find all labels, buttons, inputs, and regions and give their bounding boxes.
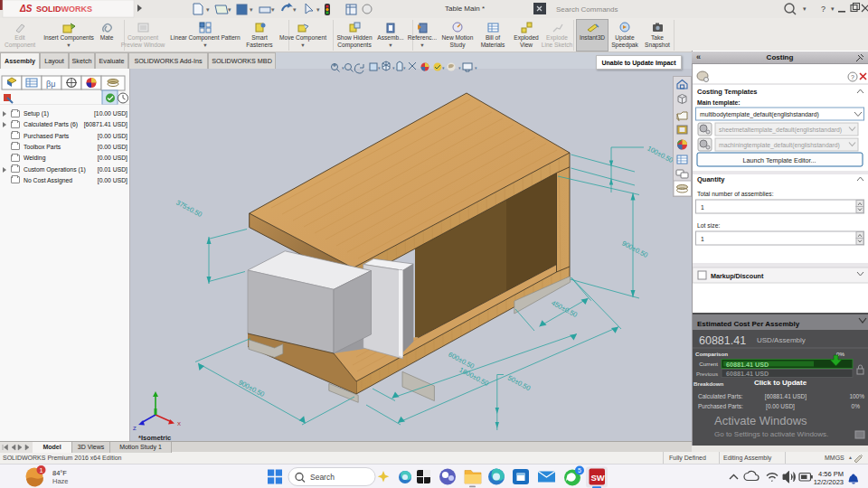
- svg-text:Main template:: Main template:: [697, 99, 741, 107]
- svg-text:?: ?: [821, 5, 826, 14]
- svg-text:▾: ▾: [442, 65, 445, 70]
- svg-text:▾: ▾: [803, 5, 807, 12]
- svg-text:0%: 0%: [852, 403, 861, 409]
- svg-text:1800±0.50: 1800±0.50: [458, 366, 489, 389]
- svg-text:Total number of assemblies:: Total number of assemblies:: [697, 191, 774, 197]
- svg-text:SW: SW: [591, 473, 605, 483]
- svg-text:▾: ▾: [403, 65, 406, 70]
- svg-text:Costing Templates: Costing Templates: [697, 88, 758, 96]
- svg-text:Calculated Parts:: Calculated Parts:: [698, 393, 743, 399]
- svg-text:12/2/2023: 12/2/2023: [814, 478, 844, 486]
- svg-text:[0.00 USD]: [0.00 USD]: [766, 403, 795, 410]
- svg-text:1: 1: [701, 204, 704, 211]
- svg-text:Purchased Parts:: Purchased Parts:: [698, 403, 743, 409]
- svg-text:ΔS: ΔS: [19, 4, 33, 14]
- svg-text:βμ: βμ: [46, 80, 55, 89]
- svg-text:Search Commands: Search Commands: [556, 5, 618, 14]
- svg-text:▾: ▾: [342, 65, 344, 70]
- svg-text:[60881.41 USD]: [60881.41 USD]: [765, 393, 807, 400]
- svg-text:▾: ▾: [228, 6, 231, 13]
- svg-text:900±0.50: 900±0.50: [620, 239, 649, 259]
- svg-text:Current: Current: [699, 361, 718, 367]
- svg-text:▾: ▾: [475, 65, 477, 70]
- svg-text:60881.41: 60881.41: [699, 334, 746, 347]
- svg-text:84°F: 84°F: [52, 469, 67, 477]
- svg-text:1: 1: [701, 236, 704, 242]
- svg-text:Activate Windows: Activate Windows: [714, 414, 807, 427]
- svg-text:Markup/Discount: Markup/Discount: [711, 272, 764, 280]
- svg-text:900±0.50: 900±0.50: [237, 378, 266, 399]
- svg-text:▾: ▾: [378, 65, 381, 70]
- svg-text:sheetmetaltemplate_default(eng: sheetmetaltemplate_default(englishstanda…: [719, 127, 842, 134]
- svg-text:Lot size:: Lot size:: [697, 222, 720, 229]
- svg-text:▾: ▾: [458, 65, 461, 70]
- svg-text:Estimated Cost Per Assembly: Estimated Cost Per Assembly: [697, 320, 800, 328]
- svg-text:5: 5: [578, 467, 581, 474]
- svg-text:Breakdown: Breakdown: [693, 380, 724, 387]
- svg-text:?: ?: [851, 74, 854, 80]
- svg-text:Comparison: Comparison: [695, 351, 728, 357]
- svg-text:Quantity: Quantity: [697, 175, 725, 183]
- svg-text:▾: ▾: [392, 65, 395, 70]
- svg-text:▾: ▾: [293, 6, 297, 13]
- svg-text:100%: 100%: [849, 393, 864, 399]
- svg-text:Click to Update: Click to Update: [754, 379, 807, 387]
- svg-text:4:56 PM: 4:56 PM: [818, 470, 844, 478]
- svg-text:USD/Assembly: USD/Assembly: [757, 336, 806, 344]
- svg-text:▾: ▾: [206, 6, 210, 13]
- svg-text:Previous: Previous: [696, 371, 718, 377]
- svg-text:multibodytemplate_default(engl: multibodytemplate_default(englishstandar…: [700, 111, 819, 118]
- svg-text:375±0.50: 375±0.50: [175, 198, 203, 219]
- svg-text:machiningtemplate_default(engl: machiningtemplate_default(englishstandar…: [719, 142, 840, 149]
- svg-text:Go to Settings to activate Win: Go to Settings to activate Windows.: [714, 430, 828, 438]
- svg-text:SOLIDWORKS: SOLIDWORKS: [36, 5, 92, 14]
- svg-text:Haze: Haze: [52, 477, 69, 485]
- svg-text:50±0.50: 50±0.50: [506, 373, 532, 392]
- svg-text:▾: ▾: [271, 6, 275, 13]
- svg-text:Launch Template Editor...: Launch Template Editor...: [743, 156, 816, 164]
- svg-text:60881.41 USD: 60881.41 USD: [726, 370, 769, 378]
- svg-text:450±0.50: 450±0.50: [550, 298, 579, 319]
- svg-text:1: 1: [40, 466, 43, 474]
- svg-text:▾: ▾: [250, 6, 253, 13]
- svg-text:▾: ▾: [831, 5, 835, 12]
- svg-text:▾: ▾: [316, 6, 320, 13]
- svg-text:60881.41 USD: 60881.41 USD: [726, 361, 769, 369]
- svg-text:X: X: [177, 421, 181, 427]
- svg-text:Z: Z: [133, 426, 137, 431]
- svg-text:Search: Search: [310, 473, 335, 482]
- svg-text:100±0.50: 100±0.50: [646, 144, 675, 164]
